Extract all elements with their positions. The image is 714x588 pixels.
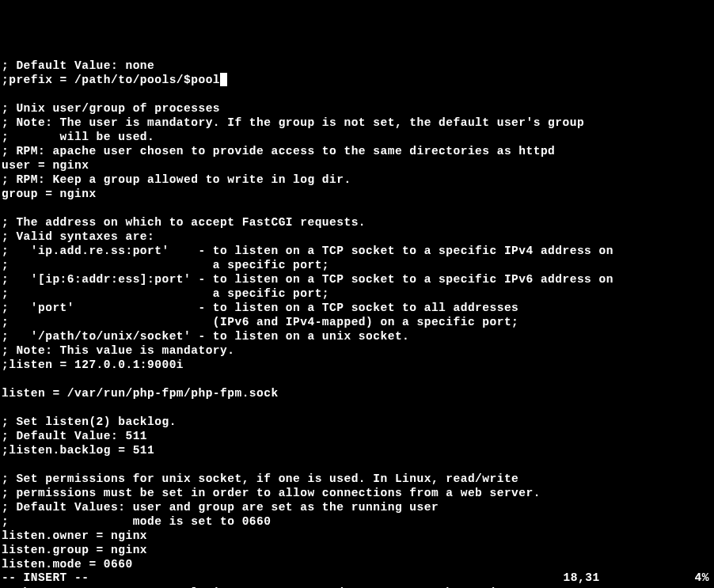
editor-line: [2, 400, 714, 415]
editor-viewport[interactable]: ; Default Value: none;prefix = /path/to/…: [0, 57, 714, 588]
editor-line: ; Default Values: user and group are set…: [2, 500, 714, 514]
vim-status-bar: -- INSERT -- 18,31 4%: [2, 571, 709, 585]
editor-line: ; The address on which to accept FastCGI…: [2, 215, 714, 230]
editor-line: listen = /var/run/php-fpm/php-fpm.sock: [2, 386, 714, 400]
editor-line: listen.owner = nginx: [2, 529, 714, 543]
editor-line: [2, 457, 714, 472]
editor-line: [2, 372, 714, 386]
editor-line: ; (IPv6 and IPv4-mapped) on a specific p…: [2, 315, 714, 329]
editor-line: user = nginx: [2, 158, 714, 173]
cursor-position: 18,31: [564, 571, 600, 585]
editor-line: ; Default Value: none: [2, 59, 714, 73]
editor-line: ; RPM: apache user chosen to provide acc…: [2, 144, 714, 158]
editor-line: ; '[ip:6:addr:ess]:port' - to listen on …: [2, 272, 714, 286]
editor-line: listen.mode = 0660: [2, 557, 714, 571]
editor-line: listen.group = nginx: [2, 543, 714, 557]
editor-line: ; permissions must be set in order to al…: [2, 486, 714, 500]
editor-line: ; '/path/to/unix/socket' - to listen on …: [2, 329, 714, 343]
editor-line: ; a specific port;: [2, 286, 714, 301]
editor-line: ; will be used.: [2, 130, 714, 144]
editor-line: ; Note: This value is mandatory.: [2, 343, 714, 358]
editor-line: ; 'port' - to listen on a TCP socket to …: [2, 301, 714, 315]
editor-mode: -- INSERT --: [2, 571, 89, 585]
editor-line: ; Set listen(2) backlog.: [2, 415, 714, 429]
editor-line: ; Valid syntaxes are:: [2, 230, 714, 244]
editor-line: ;listen.backlog = 511: [2, 443, 714, 457]
editor-line: ; RPM: Keep a group allowed to write in …: [2, 173, 714, 187]
editor-line: ; Default Value: 511: [2, 429, 714, 443]
editor-line: ;prefix = /path/to/pools/$pool: [2, 73, 714, 87]
editor-line: group = nginx: [2, 187, 714, 201]
editor-line: ;listen = 127.0.0.1:9000i: [2, 358, 714, 372]
editor-line: ; Unix user/group of processes: [2, 101, 714, 116]
editor-line: ; Set permissions for unix socket, if on…: [2, 472, 714, 486]
editor-line: ; a specific port;: [2, 258, 714, 272]
editor-line: ; mode is set to 0660: [2, 514, 714, 529]
editor-line: [2, 201, 714, 215]
editor-line: ; Note: The user is mandatory. If the gr…: [2, 116, 714, 130]
scroll-percent: 4%: [695, 571, 709, 585]
editor-line: [2, 87, 714, 101]
editor-line: ; 'ip.add.re.ss:port' - to listen on a T…: [2, 244, 714, 258]
text-cursor: [220, 73, 227, 86]
